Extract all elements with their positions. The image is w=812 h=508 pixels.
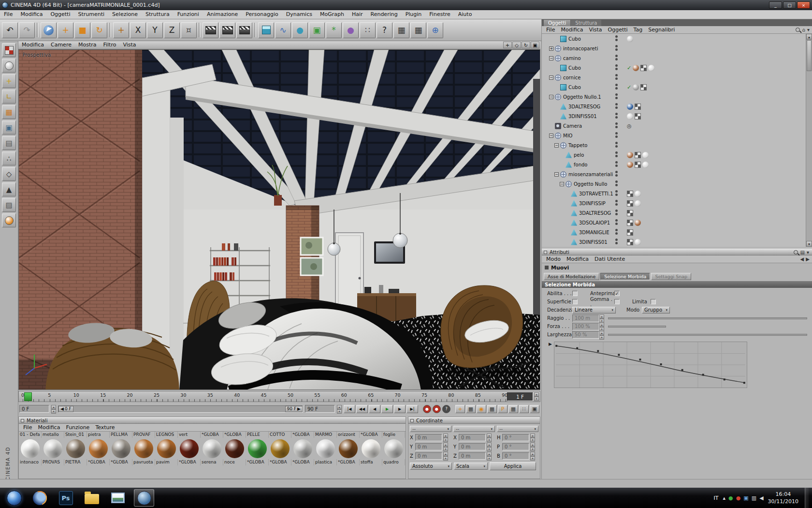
- forza-stepper[interactable]: ▴▾: [599, 323, 604, 330]
- menu-rendering[interactable]: Rendering: [367, 10, 402, 19]
- toolbar-render-region[interactable]: [219, 22, 235, 38]
- toolbar-last-tool[interactable]: +: [113, 22, 129, 38]
- goto-start-button[interactable]: |◀: [344, 405, 355, 413]
- preview-range-slider[interactable]: ◀0 F 90 F▶: [58, 405, 303, 413]
- powerslider-options-button[interactable]: P: [498, 405, 508, 413]
- material-name[interactable]: LEGNOS: [155, 432, 178, 438]
- toolbar-undo[interactable]: ↶: [2, 22, 18, 38]
- chevron-down-icon[interactable]: ▾: [806, 250, 810, 255]
- pan-icon[interactable]: +: [503, 42, 512, 48]
- tool-uv-mode[interactable]: ▨: [2, 198, 16, 212]
- toolbar-live-selection[interactable]: [41, 22, 57, 38]
- material-name[interactable]: pavruota: [132, 459, 155, 465]
- menu-dynamics[interactable]: Dynamics: [282, 10, 316, 19]
- coord-field-size-z[interactable]: 0 m: [459, 452, 486, 460]
- material-globa[interactable]: [269, 438, 291, 459]
- toolbar-mograph-tool[interactable]: *: [326, 22, 342, 38]
- material-name[interactable]: *GLOBA: [269, 459, 291, 465]
- material-globa[interactable]: [178, 438, 201, 459]
- keyframe-options-button[interactable]: ?: [442, 405, 450, 413]
- chevron-down-icon[interactable]: ▾: [806, 27, 811, 32]
- material-name[interactable]: 01 - Defa: [19, 432, 42, 438]
- object-3dinfiss01[interactable]: 3DINFISS01: [542, 237, 812, 247]
- attributes-menu-modifica[interactable]: Modifica: [564, 255, 592, 263]
- visibility-dots[interactable]: [615, 122, 618, 128]
- toolbar-add-deformer[interactable]: ●: [343, 22, 359, 38]
- material-name[interactable]: plastica: [314, 459, 337, 465]
- tray-app-green-icon[interactable]: ●: [728, 495, 733, 501]
- material-name[interactable]: *GLOBA: [110, 459, 132, 465]
- object-cornice[interactable]: −cornice: [542, 73, 812, 82]
- object-intonacopareti[interactable]: +intonacopareti: [542, 44, 812, 53]
- panel-layout-button[interactable]: ▣: [530, 405, 539, 413]
- next-frame-button[interactable]: ▶: [394, 405, 406, 413]
- coord-field-size-y[interactable]: 0 m: [459, 443, 486, 450]
- texture-tag-icon[interactable]: [627, 200, 633, 207]
- viewport-menu-mostra[interactable]: Mostra: [75, 41, 100, 49]
- raggio-stepper[interactable]: ▴▾: [599, 314, 604, 322]
- material-name[interactable]: pietra: [87, 432, 110, 438]
- range-end-handle[interactable]: 90 F▶: [285, 406, 303, 412]
- material-name[interactable]: orizzont: [337, 432, 360, 438]
- frame-field-stepper[interactable]: ▴▾: [51, 405, 56, 413]
- viewport-menu-modifica[interactable]: Modifica: [18, 41, 47, 49]
- toolbar-add-generator[interactable]: ●: [292, 22, 308, 38]
- object-cubo[interactable]: Cubo✓: [542, 63, 812, 73]
- material-name[interactable]: quadro: [382, 459, 405, 465]
- layer-window-button[interactable]: ▦: [508, 405, 518, 413]
- zoom-icon[interactable]: ◇: [512, 42, 521, 48]
- material-serena[interactable]: [201, 438, 223, 459]
- object-tappeto[interactable]: −Tappeto: [542, 140, 812, 150]
- toolbar-coordinate-system[interactable]: ¤: [181, 22, 197, 38]
- maximize-view-icon[interactable]: ▣: [531, 42, 539, 48]
- materials-menu-file[interactable]: File: [20, 424, 35, 431]
- material-name[interactable]: *GLOBA: [337, 459, 360, 465]
- fcurve-window-button[interactable]: ▦: [487, 405, 497, 413]
- visibility-dots[interactable]: [615, 93, 618, 99]
- taskbar-explorer[interactable]: [82, 489, 102, 507]
- toolbar-scale[interactable]: ■: [74, 22, 90, 38]
- tool-object-mode[interactable]: ▤: [2, 136, 16, 150]
- tool-axis-modify-mode[interactable]: ∟: [2, 90, 16, 104]
- material-name[interactable]: *GLOBA: [201, 432, 223, 438]
- range-start-handle[interactable]: ◀0 F: [58, 406, 73, 412]
- stepper[interactable]: ▴▾: [530, 452, 535, 460]
- material-name[interactable]: foglie: [382, 432, 405, 438]
- attributes-header[interactable]: Attributi ▤ ▾: [542, 249, 812, 255]
- viewport-menu-filtro[interactable]: Filtro: [100, 41, 119, 49]
- material-name[interactable]: *GLOBA: [87, 459, 110, 465]
- material-tag-icon[interactable]: [627, 113, 633, 120]
- object-3dinfiss01[interactable]: 3DINFISS01: [542, 111, 812, 121]
- material-name[interactable]: intonaco: [19, 459, 42, 465]
- volume-icon[interactable]: ◀: [759, 495, 763, 501]
- object-tree-scrollbar[interactable]: ▴ ▾: [806, 34, 812, 247]
- timeline-window-button[interactable]: ▦: [466, 405, 476, 413]
- menu-finestre[interactable]: Finestre: [425, 10, 454, 19]
- expand-toggle[interactable]: −: [549, 56, 553, 60]
- menu-struttura[interactable]: Struttura: [142, 10, 174, 19]
- toolbar-add-cube[interactable]: [258, 22, 274, 38]
- texture-tag-icon[interactable]: [627, 191, 633, 197]
- material-name[interactable]: *GLOBA: [246, 459, 269, 465]
- expand-toggle[interactable]: −: [560, 182, 564, 186]
- object-3dsolaiop1[interactable]: 3DSOLAIOP1: [542, 218, 812, 227]
- falloff-curve[interactable]: [554, 342, 747, 388]
- object-pelo[interactable]: pelo: [542, 150, 812, 160]
- toolbar-lock-y[interactable]: Y: [147, 22, 163, 38]
- checkbox-abilita[interactable]: [572, 291, 578, 296]
- coord-field-rotation-p[interactable]: 0 °: [502, 443, 529, 450]
- material-tag-icon[interactable]: [633, 65, 639, 71]
- perspective-viewport[interactable]: Prospettiva: [18, 49, 540, 390]
- tool-texture-mode[interactable]: [2, 43, 16, 57]
- toolbar-xpresso[interactable]: ▦: [393, 22, 409, 38]
- stepper[interactable]: ▴▾: [487, 443, 492, 450]
- material-provas[interactable]: [42, 438, 64, 459]
- toolbar-online-help[interactable]: ⊕: [427, 22, 443, 38]
- object-menu-oggetti[interactable]: Oggetti: [605, 26, 631, 33]
- modo-dropdown[interactable]: Gruppo▾: [642, 307, 670, 314]
- tray-app-red-icon[interactable]: ●: [736, 495, 741, 501]
- taskbar-firefox[interactable]: [29, 489, 50, 507]
- stepper[interactable]: ▴▾: [530, 443, 535, 450]
- coord-field-rotation-b[interactable]: 0 °: [502, 452, 529, 460]
- material-name[interactable]: *GLOBA: [291, 459, 314, 465]
